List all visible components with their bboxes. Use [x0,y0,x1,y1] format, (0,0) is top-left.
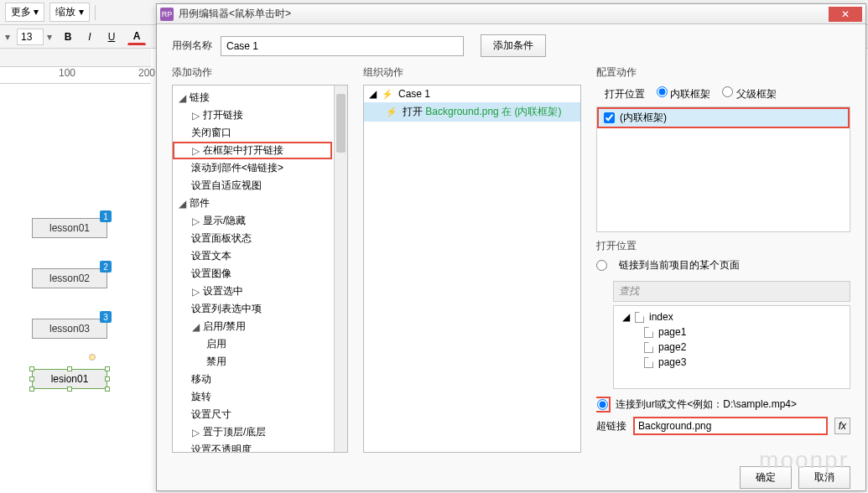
case-name-input[interactable] [221,36,464,56]
tree-item[interactable]: 设置尺寸 [191,407,231,422]
col2-title: 组织动作 [363,65,581,80]
note-badge: 3 [100,311,112,323]
caret-icon[interactable]: ▷ [191,145,200,157]
app-logo-icon: RP [160,8,174,21]
open-position-label-2: 打开位置 [596,239,850,253]
chevron-down-icon: ▾ [79,6,84,18]
caret-icon[interactable]: ◢ [369,88,377,100]
note-badge: 2 [100,261,112,272]
widget-selected[interactable]: lesion01 [32,369,107,389]
action-text: 打开 Background.png 在 (内联框架) [403,105,561,119]
case-label: Case 1 [398,88,430,100]
dialog-titlebar[interactable]: RP 用例编辑器<鼠标单击时> ✕ [157,4,865,24]
tree-item[interactable]: 设置面板状态 [191,231,252,246]
col1-title: 添加动作 [172,65,348,80]
widget-lesson03[interactable]: lesson033 [32,319,107,339]
frame-checklist: (内联框架) [596,106,850,232]
ok-button[interactable]: 确定 [740,466,792,489]
zoom-dropdown[interactable]: 缩放 ▾ [49,3,89,22]
ruler-horizontal: 100 200 [0,67,151,84]
tree-item[interactable]: 打开链接 [203,108,243,122]
case-name-label: 用例名称 [172,39,212,53]
tree-item[interactable]: 显示/隐藏 [203,214,246,228]
italic-icon[interactable]: I [81,29,99,45]
tree-item[interactable]: 关闭窗口 [191,126,231,140]
page-icon [644,327,653,338]
fx-button[interactable]: fx [834,418,850,434]
hyperlink-input[interactable] [633,417,828,435]
tree-item[interactable]: 设置文本 [191,249,231,263]
inline-frame-checkbox[interactable] [604,112,615,123]
page-tree-root[interactable]: ◢index [619,309,845,324]
design-canvas[interactable]: lesson011 lesson022 lesson033 lesion01 [0,84,151,493]
caret-icon[interactable]: ◢ [191,321,200,333]
tree-item[interactable]: 移动 [191,372,211,387]
col3-title: 配置动作 [596,65,850,80]
dialog-title: 用例编辑器<鼠标单击时> [179,7,829,21]
connector-dot[interactable] [89,354,96,361]
tree-item[interactable]: 设置图像 [191,267,231,281]
tree-item[interactable]: 启用/禁用 [203,319,246,334]
tree-group-links[interactable]: 链接 [190,91,210,105]
caret-icon[interactable]: ◢ [622,311,630,323]
page-tree-item[interactable]: page1 [619,324,845,340]
radio-link-to-url[interactable] [597,399,608,410]
font-color-icon[interactable]: A [127,29,146,45]
widget-lesson02[interactable]: lesson022 [32,268,107,288]
action-row[interactable]: ⚡ 打开 Background.png 在 (内联框架) [364,102,580,122]
tree-item[interactable]: 禁用 [206,355,226,369]
close-icon[interactable]: ✕ [829,7,862,22]
caret-icon[interactable]: ▷ [191,110,200,122]
inline-frame-check[interactable]: (内联框架) [597,107,850,128]
case-row[interactable]: ◢ ⚡ Case 1 [364,86,580,102]
underline-icon[interactable]: U [102,29,121,45]
page-icon [644,342,653,353]
note-badge: 1 [100,210,112,222]
organize-panel: ◢ ⚡ Case 1 ⚡ 打开 Background.png 在 (内联框架) [363,85,581,453]
page-icon [635,312,644,323]
more-dropdown[interactable]: 更多 ▾ [5,3,44,22]
tree-item[interactable]: 滚动到部件<锚链接> [191,161,283,175]
tree-group-widgets[interactable]: 部件 [190,196,210,210]
tree-item[interactable]: 旋转 [191,390,211,404]
chevron-down-icon[interactable]: ▾ [5,31,10,43]
caret-icon[interactable]: ◢ [178,198,186,210]
bolt-icon: ⚡ [386,106,398,117]
bolt-icon: ⚡ [382,89,393,100]
cancel-button[interactable]: 取消 [798,466,850,489]
tree-item-open-in-frame[interactable]: 在框架中打开链接 [203,143,283,158]
tree-item[interactable]: 设置自适应视图 [191,179,262,193]
radio-inline-frame[interactable]: 内联框架 [657,86,710,101]
tree-item[interactable]: 设置不透明度 [191,443,252,453]
open-position-label: 打开位置 [605,87,645,101]
action-tree-panel: ◢链接 ▷打开链接 关闭窗口 ▷在框架中打开链接 滚动到部件<锚链接> 设置自适… [172,85,348,453]
tree-item[interactable]: 设置列表选中项 [191,302,262,316]
caret-icon[interactable]: ▷ [191,286,200,298]
bold-icon[interactable]: B [59,29,77,45]
tree-item[interactable]: 置于顶层/底层 [203,425,266,439]
add-condition-button[interactable]: 添加条件 [481,34,546,57]
caret-icon[interactable]: ◢ [178,92,186,104]
chevron-down-icon: ▾ [34,6,39,18]
page-icon [644,357,653,368]
scrollbar[interactable] [334,86,347,452]
case-editor-dialog: RP 用例编辑器<鼠标单击时> ✕ 用例名称 添加条件 添加动作 ◢链接 ▷打开… [156,3,866,491]
radio-link-to-page[interactable]: 链接到当前项目的某个页面 [596,257,850,278]
tree-item[interactable]: 启用 [206,337,226,351]
page-tree-item[interactable]: page3 [619,355,845,370]
page-tree-item[interactable]: page2 [619,340,845,355]
caret-icon[interactable]: ▷ [191,427,200,439]
fontsize-input[interactable] [17,29,44,45]
tree-item[interactable]: 设置选中 [203,284,243,298]
widget-lesson01[interactable]: lesson011 [32,218,107,238]
hyperlink-label: 超链接 [596,419,626,433]
page-tree: ◢index page1 page2 page3 [613,305,850,389]
inline-frame-label: (内联框架) [620,111,667,125]
chevron-down-icon[interactable]: ▾ [47,31,52,43]
caret-icon[interactable]: ▷ [191,215,200,227]
radio-parent-frame[interactable]: 父级框架 [722,86,776,101]
radio-link-to-url-label: 连接到url或文件<例如：D:\sample.mp4> [616,397,797,412]
page-search-input[interactable]: 查找 [613,281,850,302]
